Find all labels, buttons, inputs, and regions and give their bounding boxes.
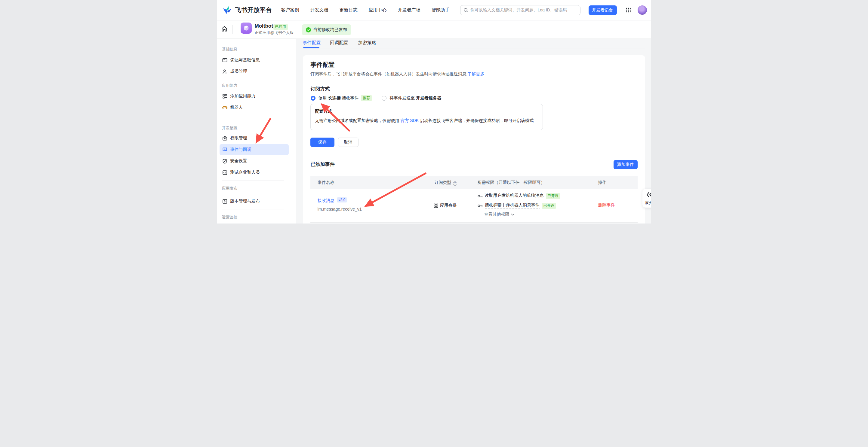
permission-granted-badge: 已开通 bbox=[542, 203, 556, 209]
nav-item-ai-assistant[interactable]: 智能助手 bbox=[432, 7, 450, 13]
row-divider bbox=[310, 222, 638, 222]
home-icon[interactable] bbox=[221, 26, 228, 32]
col-permissions: 所需权限（开通以下任一权限即可） bbox=[477, 180, 545, 185]
sidebar-item-events-callbacks[interactable]: 事件与回调 bbox=[220, 144, 289, 155]
sidebar-divider bbox=[222, 79, 284, 79]
key-icon bbox=[477, 194, 483, 198]
sidebar-item-permissions[interactable]: 权限管理 bbox=[220, 133, 289, 144]
expand-panel-button[interactable]: 展开 bbox=[643, 189, 651, 208]
app-grid-icon[interactable] bbox=[626, 7, 631, 12]
added-events-heading: 已添加事件 bbox=[311, 161, 335, 168]
nav-item-dev-plaza[interactable]: 开发者广场 bbox=[398, 7, 421, 13]
expand-panel-label: 展开 bbox=[645, 200, 651, 205]
nav-item-app-center[interactable]: 应用中心 bbox=[369, 7, 387, 13]
permission-label[interactable]: 读取用户发给机器人的单聊消息 bbox=[485, 193, 544, 199]
sidebar-item-bot[interactable]: 机器人 bbox=[220, 102, 289, 113]
nav-item-docs[interactable]: 开发文档 bbox=[310, 7, 329, 13]
briefcase-lock-icon bbox=[222, 136, 227, 141]
help-icon[interactable]: ? bbox=[453, 181, 457, 186]
developer-console-button[interactable]: 开发者后台 bbox=[589, 5, 617, 15]
tab-encryption-strategy[interactable]: 加密策略 bbox=[358, 40, 376, 46]
permission-row: 接收群聊中@机器人消息事件 已开通 bbox=[477, 203, 556, 209]
sidebar-section-release: 应用发布 bbox=[222, 186, 238, 191]
cancel-button[interactable]: 取消 bbox=[338, 138, 359, 147]
cube-icon bbox=[243, 25, 250, 32]
save-button[interactable]: 保存 bbox=[310, 138, 335, 147]
app-status-badge: 已启用 bbox=[273, 24, 288, 30]
official-sdk-link[interactable]: 官方 SDK bbox=[400, 118, 418, 123]
permission-label[interactable]: 接收群聊中@机器人消息事件 bbox=[485, 203, 539, 209]
search-input[interactable]: 你可以输入文档关键词、开发问题、Log ID、错误码 bbox=[460, 5, 581, 15]
publish-status-text: 当前修改均已发布 bbox=[313, 27, 347, 32]
brand-logo[interactable]: 飞书开放平台 bbox=[223, 6, 272, 15]
col-subscription-type: 订阅类型? bbox=[435, 180, 457, 186]
chevron-down-icon bbox=[511, 214, 514, 216]
app-name: Moltbot bbox=[255, 23, 273, 29]
robot-icon bbox=[222, 105, 227, 110]
sidebar-divider bbox=[222, 119, 284, 119]
id-card-icon bbox=[222, 58, 227, 63]
double-chevron-left-icon bbox=[646, 192, 651, 198]
sidebar-item-security[interactable]: 安全设置 bbox=[220, 156, 289, 166]
config-method-title: 配置方式 bbox=[315, 109, 332, 114]
sidebar-item-label: 版本管理与发布 bbox=[230, 199, 260, 204]
sidebar-section-monitoring: 运营监控 bbox=[222, 214, 238, 220]
top-navbar: 飞书开放平台 客户案例 开发文档 更新日志 应用中心 开发者广场 智能助手 你可… bbox=[217, 0, 651, 21]
radio-developer-server-label: 将事件发送至 开发者服务器 bbox=[390, 96, 441, 101]
sidebar-item-credentials[interactable]: 凭证与基础信息 bbox=[220, 55, 289, 66]
add-event-button[interactable]: 添加事件 bbox=[614, 160, 638, 169]
learn-more-link[interactable]: 了解更多 bbox=[467, 71, 484, 76]
view-other-permissions[interactable]: 查看其他权限 bbox=[484, 212, 514, 217]
key-icon bbox=[477, 204, 483, 208]
sidebar-item-label: 权限管理 bbox=[230, 136, 247, 141]
search-placeholder: 你可以输入文档关键词、开发问题、Log ID、错误码 bbox=[470, 7, 567, 13]
recommended-badge: 推荐 bbox=[361, 95, 372, 101]
permission-row: 读取用户发给机器人的单聊消息 已开通 bbox=[477, 193, 560, 199]
check-circle-icon bbox=[306, 27, 311, 32]
sidebar-section-dev-config: 开发配置 bbox=[222, 125, 238, 131]
sidebar-item-label: 添加应用能力 bbox=[230, 94, 256, 99]
config-method-box: 配置方式 无需注册公网域名或配置加密策略，仅需使用 官方 SDK 启动长连接飞书… bbox=[310, 104, 543, 130]
sidebar-item-label: 测试企业和人员 bbox=[230, 170, 260, 175]
delete-event-link[interactable]: 删除事件 bbox=[598, 203, 615, 208]
sidebar-item-version-release[interactable]: 版本管理与发布 bbox=[220, 196, 289, 207]
search-icon bbox=[463, 8, 468, 12]
sidebar: 基础信息 凭证与基础信息 成员管理 应用能力 bbox=[217, 39, 296, 224]
tab-callback-config[interactable]: 回调配置 bbox=[330, 40, 348, 46]
code-square-icon bbox=[222, 170, 227, 175]
radio-long-connection-label: 使用 长连接 接收事件 bbox=[318, 96, 359, 101]
feishu-open-platform-page: 飞书开放平台 客户案例 开发文档 更新日志 应用中心 开发者广场 智能助手 你可… bbox=[217, 0, 651, 224]
nav-item-cases[interactable]: 客户案例 bbox=[281, 7, 299, 13]
radio-developer-server[interactable] bbox=[382, 96, 386, 101]
sidebar-section-capabilities: 应用能力 bbox=[222, 83, 238, 88]
event-flag-icon bbox=[222, 147, 227, 152]
table-header bbox=[310, 176, 638, 189]
event-name-link[interactable]: 接收消息 bbox=[318, 198, 335, 203]
subscription-type-text: 应用身份 bbox=[440, 203, 457, 208]
description-text: 订阅事件后，飞书开放平台将会在事件（如机器人入群）发生时向请求地址推送消息 bbox=[311, 71, 466, 76]
user-plus-icon bbox=[222, 69, 227, 74]
sidebar-item-members[interactable]: 成员管理 bbox=[220, 66, 289, 77]
brand-title: 飞书开放平台 bbox=[235, 6, 272, 14]
subscribe-mode-heading: 订阅方式 bbox=[311, 86, 330, 92]
radio-long-connection[interactable] bbox=[311, 96, 315, 101]
header-divider bbox=[232, 25, 233, 34]
permission-granted-badge: 已开通 bbox=[546, 193, 560, 199]
tab-event-config[interactable]: 事件配置 bbox=[303, 40, 321, 46]
sidebar-item-test-company[interactable]: 测试企业和人员 bbox=[220, 167, 289, 178]
shield-check-icon bbox=[222, 159, 227, 164]
page-description: 订阅事件后，飞书开放平台将会在事件（如机器人入群）发生时向请求地址推送消息 了解… bbox=[311, 71, 485, 77]
sidebar-divider bbox=[222, 209, 284, 209]
publish-status-pill: 当前修改均已发布 bbox=[302, 24, 351, 35]
subscription-type-cell: 应用身份 bbox=[434, 203, 457, 208]
user-avatar[interactable] bbox=[638, 5, 647, 15]
sidebar-item-label: 机器人 bbox=[230, 105, 243, 110]
sidebar-section-basic-info: 基础信息 bbox=[222, 46, 238, 52]
tab-track bbox=[303, 48, 645, 48]
app-icon bbox=[241, 23, 252, 34]
event-code: im.message.receive_v1 bbox=[318, 207, 362, 211]
grid-plus-icon bbox=[222, 94, 227, 99]
sidebar-item-add-capability[interactable]: 添加应用能力 bbox=[220, 91, 289, 102]
nav-item-changelog[interactable]: 更新日志 bbox=[340, 7, 358, 13]
active-tab-indicator bbox=[303, 47, 319, 48]
